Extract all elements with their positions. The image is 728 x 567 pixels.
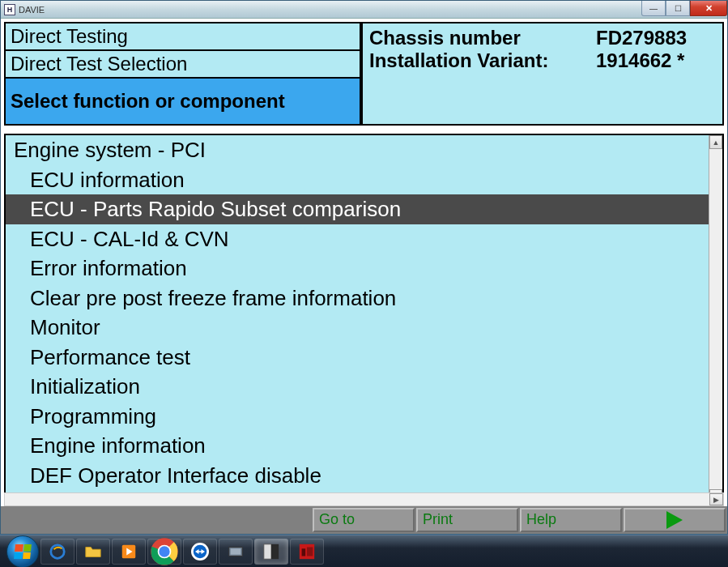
taskbar-daf-icon[interactable] bbox=[290, 539, 324, 565]
start-button[interactable] bbox=[6, 535, 39, 568]
chassis-label: Chassis number bbox=[369, 27, 596, 49]
taskbar-media-player-icon[interactable] bbox=[112, 539, 146, 565]
function-list[interactable]: Engine system - PCI ECU information ECU … bbox=[6, 135, 709, 503]
scroll-right-button[interactable]: ▶ bbox=[709, 493, 723, 505]
list-item[interactable]: Clear pre post freeze frame information bbox=[6, 284, 709, 313]
continue-button[interactable] bbox=[624, 508, 726, 532]
minimize-button[interactable]: — bbox=[641, 1, 666, 16]
breadcrumb-level-1[interactable]: Direct Testing bbox=[4, 22, 361, 49]
list-group-header[interactable]: Engine system - PCI bbox=[6, 135, 709, 165]
list-item[interactable]: ECU information bbox=[6, 165, 709, 195]
svg-rect-17 bbox=[302, 548, 306, 556]
list-item[interactable]: DEF Operator Interface disable bbox=[6, 461, 709, 491]
app-window: H DAVIE — ☐ ✕ Direct Testing Direct Test… bbox=[0, 0, 728, 535]
taskbar-chrome-icon[interactable] bbox=[147, 539, 181, 565]
svg-rect-11 bbox=[198, 551, 202, 552]
vertical-scrollbar[interactable]: ▲ ▼ bbox=[709, 135, 722, 503]
variant-label: Installation Variant: bbox=[369, 49, 596, 72]
list-item[interactable]: Error information bbox=[6, 254, 709, 284]
header: Direct Testing Direct Test Selection Sel… bbox=[4, 22, 724, 126]
list-item[interactable]: Programming bbox=[6, 402, 709, 432]
play-icon bbox=[666, 511, 683, 529]
titlebar[interactable]: H DAVIE — ☐ ✕ bbox=[1, 1, 727, 19]
list-item-selected[interactable]: ECU - Parts Rapido Subset comparison bbox=[6, 194, 709, 224]
close-button[interactable]: ✕ bbox=[690, 1, 727, 16]
window-title: DAVIE bbox=[19, 5, 45, 15]
app-body: Direct Testing Direct Test Selection Sel… bbox=[1, 19, 727, 534]
windows-logo-icon bbox=[14, 544, 32, 559]
goto-button[interactable]: Go to bbox=[313, 508, 415, 532]
print-button[interactable]: Print bbox=[416, 508, 518, 532]
horizontal-scrollbar[interactable]: ▶ bbox=[4, 492, 724, 506]
taskbar-explorer-icon[interactable] bbox=[76, 539, 110, 565]
svg-rect-15 bbox=[271, 544, 279, 558]
taskbar-diagnostic-app1-icon[interactable] bbox=[219, 539, 253, 565]
list-item[interactable]: ECU - CAL-Id & CVN bbox=[6, 224, 709, 254]
windows-taskbar[interactable] bbox=[0, 535, 728, 567]
breadcrumb: Direct Testing Direct Test Selection Sel… bbox=[4, 22, 361, 126]
taskbar-teamviewer-icon[interactable] bbox=[183, 539, 217, 565]
vehicle-info-panel: Chassis number FD279883 Installation Var… bbox=[361, 22, 724, 126]
taskbar-davie-icon[interactable] bbox=[254, 539, 288, 565]
window-controls: — ☐ ✕ bbox=[641, 1, 727, 17]
list-item[interactable]: Performance test bbox=[6, 343, 709, 373]
breadcrumb-level-2[interactable]: Direct Test Selection bbox=[4, 49, 361, 77]
svg-rect-14 bbox=[264, 544, 271, 558]
breadcrumb-current: Select function or component bbox=[4, 77, 361, 126]
list-item[interactable]: Initialization bbox=[6, 372, 709, 402]
teamviewer-icon bbox=[191, 543, 209, 561]
app-icon: H bbox=[4, 4, 15, 15]
variant-value: 1914662 * bbox=[596, 49, 684, 72]
help-button[interactable]: Help bbox=[520, 508, 622, 532]
list-item[interactable]: Engine information bbox=[6, 431, 709, 461]
list-item[interactable]: Monitor bbox=[6, 313, 709, 343]
maximize-button[interactable]: ☐ bbox=[666, 1, 690, 16]
chassis-value: FD279883 bbox=[596, 27, 687, 49]
scroll-up-button[interactable]: ▲ bbox=[709, 135, 722, 149]
svg-point-7 bbox=[159, 546, 169, 556]
action-bar: Go to Print Help bbox=[1, 506, 727, 534]
svg-rect-13 bbox=[231, 548, 241, 554]
function-list-container: Engine system - PCI ECU information ECU … bbox=[4, 134, 724, 505]
svg-rect-18 bbox=[307, 547, 313, 556]
taskbar-ie-icon[interactable] bbox=[40, 539, 75, 565]
